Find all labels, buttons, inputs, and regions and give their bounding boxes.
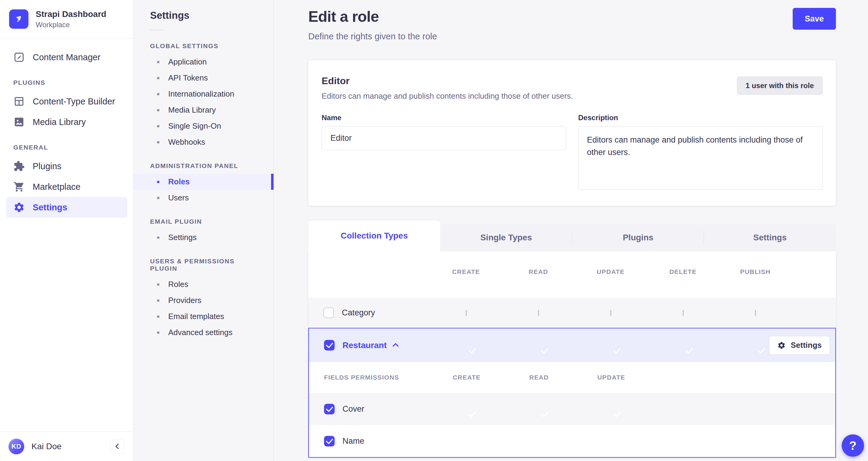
subnav-item-roles[interactable]: Roles [133, 174, 274, 190]
bullet-icon [157, 315, 159, 318]
chevron-up-icon [393, 343, 399, 349]
help-button[interactable]: ? [842, 434, 864, 457]
tab-label: Plugins [623, 233, 653, 242]
role-name-heading: Editor [321, 75, 573, 87]
sidebar-section-general: GENERAL [13, 144, 120, 151]
column-header-delete: DELETE [669, 268, 696, 276]
tab-single-types[interactable]: Single Types [440, 224, 572, 251]
subnav-item-providers[interactable]: Providers [133, 292, 274, 309]
subnav-title: Settings [150, 10, 274, 21]
name-field[interactable] [321, 126, 566, 150]
subnav-item-label: Providers [168, 296, 202, 305]
expanded-row-block: Restaurant [308, 328, 836, 458]
bullet-icon [157, 77, 159, 79]
sidebar-item-settings[interactable]: Settings [6, 197, 127, 218]
role-description-text: Editors can manage and publish contents … [321, 91, 573, 101]
row-settings-button[interactable]: Settings [769, 336, 830, 355]
sidebar-section-plugins: PLUGINS [13, 79, 120, 86]
page-title: Edit a role [308, 8, 437, 25]
subnav-item-label: Settings [168, 233, 197, 242]
permissions-table: CREATE READ UPDATE DELETE PUBLISH Catego… [308, 251, 836, 458]
fields-column-update: UPDATE [597, 374, 625, 381]
subnav-item-single-sign-on[interactable]: Single Sign-On [133, 118, 274, 134]
column-header-update: UPDATE [597, 268, 625, 276]
tab-settings[interactable]: Settings [704, 224, 836, 251]
question-mark-icon: ? [849, 439, 857, 453]
row-checkbox-name[interactable] [324, 436, 335, 446]
tab-collection-types[interactable]: Collection Types [308, 220, 440, 251]
restaurant-collapse-toggle[interactable]: Restaurant [342, 341, 398, 350]
subnav-item-label: Internationalization [168, 89, 234, 99]
row-checkbox-restaurant[interactable] [324, 340, 335, 350]
subnav-item-media-library[interactable]: Media Library [133, 102, 274, 118]
bullet-icon [157, 109, 159, 111]
workspace-brand[interactable]: Strapi Dashboard Workplace [0, 0, 133, 38]
puzzle-icon [13, 161, 25, 172]
sidebar-item-label: Plugins [33, 161, 61, 171]
sidebar-item-content-manager[interactable]: Content Manager [6, 47, 127, 67]
subnav-item-users[interactable]: Users [133, 190, 274, 206]
subnav-item-application[interactable]: Application [133, 54, 274, 70]
main-sidebar: Strapi Dashboard Workplace Content Manag… [0, 0, 133, 461]
sidebar-item-plugins[interactable]: Plugins [6, 156, 127, 176]
collapse-sidebar-button[interactable] [110, 439, 125, 454]
page-subtitle: Define the rights given to the role [308, 31, 437, 41]
sidebar-item-label: Content-Type Builder [33, 96, 115, 107]
tab-label: Settings [753, 233, 786, 242]
image-icon [13, 116, 25, 128]
description-field[interactable]: Editors can manage and publish contents … [578, 126, 823, 190]
tab-plugins[interactable]: Plugins [572, 224, 704, 251]
subnav-item-advanced-settings[interactable]: Advanced settings [133, 324, 274, 341]
subnav-item-label: API Tokens [168, 73, 208, 83]
workspace-title: Strapi Dashboard [36, 9, 106, 19]
bullet-icon [157, 181, 159, 183]
description-field-label: Description [578, 114, 823, 122]
subnav-section-email-plugin: EMAIL PLUGIN [150, 218, 257, 225]
row-label: Category [342, 308, 375, 318]
sidebar-item-content-type-builder[interactable]: Content-Type Builder [6, 91, 127, 112]
table-row-restaurant: Restaurant [309, 328, 835, 362]
column-header-read: READ [529, 268, 548, 276]
bullet-icon [157, 299, 159, 302]
row-checkbox-cover[interactable] [324, 404, 335, 414]
user-name: Kai Doe [31, 442, 103, 451]
table-row-name: Name [309, 425, 835, 457]
main-content: Edit a role Define the rights given to t… [274, 0, 868, 461]
bullet-icon [157, 197, 159, 199]
subnav-item-label: Media Library [168, 105, 216, 115]
column-header-publish: PUBLISH [740, 268, 771, 276]
page-header: Edit a role Define the rights given to t… [308, 8, 836, 41]
sidebar-item-media-library[interactable]: Media Library [6, 112, 127, 132]
subnav-item-internationalization[interactable]: Internationalization [133, 86, 274, 102]
users-with-role-badge[interactable]: 1 user with this role [737, 77, 823, 95]
subnav-section-global-settings: GLOBAL SETTINGS [150, 42, 257, 50]
category-update-checkbox[interactable] [610, 310, 612, 316]
subnav-item-api-tokens[interactable]: API Tokens [133, 70, 274, 86]
fields-permissions-title: FIELDS PERMISSIONS [309, 374, 431, 381]
row-checkbox-category[interactable] [323, 308, 334, 318]
category-read-checkbox[interactable] [538, 310, 539, 316]
tab-label: Single Types [480, 233, 532, 242]
layout-grid-icon [13, 96, 25, 107]
category-publish-checkbox[interactable] [755, 310, 756, 316]
sidebar-item-label: Content Manager [33, 52, 100, 62]
fields-permissions-header: FIELDS PERMISSIONS CREATE READ UPDATE [309, 362, 835, 393]
save-button[interactable]: Save [793, 8, 836, 30]
subnav-item-up-roles[interactable]: Roles [133, 276, 274, 292]
sidebar-item-label: Settings [33, 202, 67, 212]
subnav-item-webhooks[interactable]: Webhooks [133, 134, 274, 150]
fields-column-create: CREATE [453, 374, 481, 381]
feather-pen-icon [13, 52, 25, 63]
category-create-checkbox[interactable] [466, 310, 467, 316]
sidebar-item-label: Marketplace [33, 182, 81, 192]
user-row: KD Kai Doe [0, 431, 133, 461]
row-label: Cover [342, 404, 364, 414]
category-delete-checkbox[interactable] [683, 310, 684, 316]
table-row-cover: Cover [309, 393, 835, 425]
row-settings-label: Settings [790, 341, 822, 350]
bullet-icon [157, 125, 159, 127]
subnav-item-email-templates[interactable]: Email templates [133, 309, 274, 324]
sidebar-item-marketplace[interactable]: Marketplace [6, 176, 127, 197]
divider [150, 30, 164, 30]
subnav-item-email-settings[interactable]: Settings [133, 229, 274, 246]
